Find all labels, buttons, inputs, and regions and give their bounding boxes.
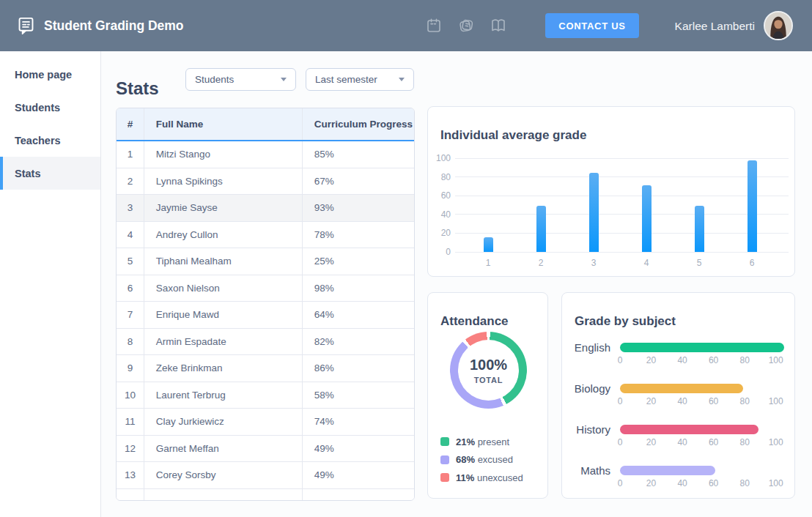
subject-bar-maths[interactable]	[620, 466, 715, 475]
column-header: Curriculum Progress	[303, 108, 414, 140]
subject-bar-biology[interactable]	[620, 384, 743, 393]
x-tick-label: 40	[677, 478, 687, 488]
y-axis-label: 60	[424, 191, 451, 200]
table-row[interactable]: 13Corey Sorsby49%	[117, 462, 414, 489]
page-title: Stats	[116, 78, 159, 99]
donut-total-value: 100%	[470, 357, 507, 373]
column-header: Full Name	[144, 108, 303, 140]
student-name: Corey Sorsby	[144, 462, 303, 488]
x-axis-label: 5	[684, 258, 714, 268]
grade-by-subject-panel: Grade by subject English020406080100Biol…	[561, 292, 795, 499]
legend-item-excused: 68% excused	[440, 451, 523, 469]
x-axis-label: 1	[473, 258, 503, 268]
table-row[interactable]: 7Enrique Mawd64%	[117, 302, 414, 329]
table-row[interactable]: 11Clay Jurkiewicz74%	[117, 409, 414, 436]
row-number: 6	[117, 275, 144, 302]
curriculum-progress: 25%	[303, 248, 414, 275]
row-number: 13	[117, 462, 144, 488]
table-row[interactable]: 3Jaymie Sayse93%	[117, 195, 414, 222]
row-number: 8	[117, 329, 144, 355]
student-name: Enrique Mawd	[144, 302, 303, 328]
grade-bar-5[interactable]	[695, 206, 704, 252]
grade-bar-3[interactable]	[589, 173, 599, 252]
chevron-down-icon	[281, 78, 287, 81]
grade-bar-2[interactable]	[536, 206, 546, 252]
grade-bar-6[interactable]	[748, 160, 757, 252]
legend-swatch	[440, 437, 449, 446]
legend-item-present: 21% present	[440, 433, 523, 451]
subject-bar-history[interactable]	[620, 425, 759, 434]
x-tick-label: 100	[769, 478, 783, 488]
students-filter-dropdown[interactable]: Students	[185, 68, 296, 91]
subject-label: Maths	[562, 464, 610, 477]
subject-bar-english[interactable]	[620, 343, 784, 352]
x-axis-label: 6	[737, 258, 767, 268]
y-axis-label: 100	[424, 154, 451, 163]
user-name: Karlee Lamberti	[675, 20, 755, 33]
row-number: 12	[117, 436, 144, 462]
gridline	[455, 176, 789, 177]
table-row[interactable]: 8Armin Espadate82%	[117, 329, 414, 356]
panel-title: Grade by subject	[575, 314, 676, 329]
table-row[interactable]: 4Andrey Cullon78%	[117, 222, 414, 249]
x-tick-label: 60	[709, 396, 718, 406]
x-tick-label: 40	[677, 437, 687, 447]
curriculum-progress: 85%	[303, 141, 414, 168]
grade-bar-4[interactable]	[642, 185, 652, 252]
x-tick-label: 40	[677, 355, 687, 365]
y-axis-label: 80	[424, 173, 451, 182]
row-number: 5	[117, 248, 144, 275]
table-row[interactable]: 5Tiphani Mealham25%	[117, 248, 414, 275]
x-tick-label: 0	[618, 437, 623, 447]
curriculum-progress: 49%	[303, 462, 414, 488]
x-tick-label: 40	[677, 396, 687, 406]
notes-icon[interactable]	[457, 17, 475, 34]
grade-bar-1[interactable]	[484, 237, 493, 252]
subject-label: English	[562, 341, 610, 354]
x-tick-label: 100	[769, 355, 783, 365]
calendar-icon[interactable]	[425, 17, 443, 34]
gridline	[455, 233, 789, 234]
table-row[interactable]: 9Zeke Brinkman86%	[117, 355, 414, 382]
y-axis-label: 20	[424, 228, 451, 237]
user-avatar[interactable]	[764, 11, 793, 40]
x-axis-label: 3	[579, 258, 608, 268]
row-number: 7	[117, 302, 144, 328]
x-tick-label: 100	[769, 396, 783, 406]
individual-average-grade-panel: Individual average grade 020406080100123…	[427, 106, 795, 277]
student-name: Lynna Spikings	[144, 168, 303, 195]
sidebar-item-home-page[interactable]: Home page	[0, 58, 100, 91]
student-name: Jaymie Sayse	[144, 195, 303, 221]
sidebar-item-teachers[interactable]: Teachers	[0, 124, 100, 157]
table-body: 1Mitzi Stango85%2Lynna Spikings67%3Jaymi…	[117, 141, 414, 500]
semester-filter-dropdown[interactable]: Last semester	[306, 68, 414, 91]
chevron-down-icon	[399, 78, 405, 81]
panel-title: Individual average grade	[440, 128, 586, 143]
curriculum-progress: 93%	[303, 195, 414, 221]
table-row[interactable]: 6Saxon Nielson98%	[117, 275, 414, 302]
table-row[interactable]: 12Garnet Meffan49%	[117, 436, 414, 463]
table-row[interactable]: 1Mitzi Stango85%	[117, 141, 414, 168]
table-row[interactable]: 2Lynna Spikings67%	[117, 168, 414, 196]
curriculum-progress: 86%	[303, 355, 414, 382]
curriculum-progress: 98%	[303, 275, 414, 302]
bar-chart-plot: 020406080100123456	[455, 158, 789, 252]
table-row[interactable]: 10Laurent Terbrug58%	[117, 382, 414, 409]
gridline	[455, 196, 789, 196]
curriculum-progress: 74%	[303, 409, 414, 435]
sidebar-item-stats[interactable]: Stats	[0, 157, 100, 190]
sidebar-item-students[interactable]: Students	[0, 91, 100, 124]
top-bar: Student Grading Demo CONTACT US Karlee L…	[0, 0, 812, 51]
x-tick-label: 20	[646, 437, 656, 447]
book-icon[interactable]	[490, 17, 507, 34]
app-window: Student Grading Demo CONTACT US Karlee L…	[0, 0, 812, 517]
donut-total-label: TOTAL	[474, 376, 503, 384]
x-tick-label: 80	[739, 355, 749, 365]
student-name: Tiphani Mealham	[144, 248, 303, 275]
legend-swatch	[440, 455, 449, 464]
x-tick-label: 80	[739, 478, 749, 488]
curriculum-progress: 67%	[303, 168, 414, 195]
students-filter-value: Students	[195, 74, 234, 85]
contact-us-button[interactable]: CONTACT US	[545, 13, 639, 38]
row-number: 4	[117, 222, 144, 248]
